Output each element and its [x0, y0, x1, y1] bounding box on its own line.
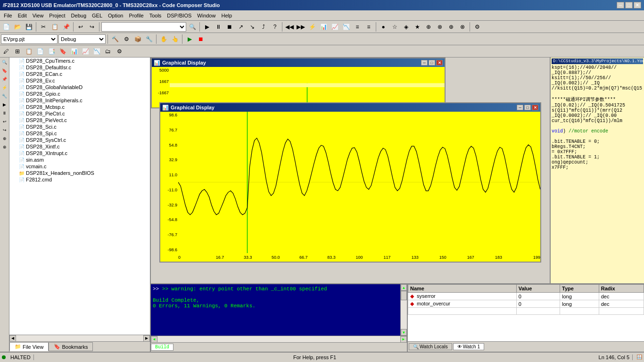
open-btn[interactable]: 📂 — [12, 22, 23, 32]
redo-btn[interactable]: ↪ — [87, 22, 97, 32]
graph2-max-btn[interactable]: □ — [524, 105, 531, 110]
t3-9[interactable]: 📉 — [91, 46, 102, 57]
config-dropdown[interactable]: Debug — [58, 34, 106, 44]
lt-6[interactable]: ▶ — [1, 101, 8, 108]
t3-1[interactable]: 🖊 — [1, 46, 11, 57]
t3-4[interactable]: 📄 — [35, 46, 45, 57]
file-tree[interactable]: 📄 DSP28_CpuTimers.c 📄 DSP28_DefaultIsr.c… — [9, 58, 150, 335]
scroll-right-btn[interactable]: ▶ — [143, 335, 150, 342]
question-btn[interactable]: ? — [270, 22, 280, 32]
tree-item-DSP28_Mcbsp[interactable]: 📄 DSP28_Mcbsp.c — [9, 104, 150, 110]
tree-item-vcmain[interactable]: 📄 vcmain.c — [9, 163, 150, 170]
copy-btn[interactable]: 📋 — [50, 22, 60, 32]
tb6-1[interactable]: ◀◀ — [284, 22, 295, 32]
tree-item-DSP28_Spi[interactable]: 📄 DSP28_Spi.c — [9, 130, 150, 137]
tb6-8[interactable]: ≡ — [363, 22, 374, 32]
tb7-7[interactable]: ⊕ — [446, 22, 456, 32]
lt-7[interactable]: ⏸ — [1, 109, 8, 117]
graph2-min-btn[interactable]: ─ — [517, 105, 523, 110]
tb5-3[interactable]: ⏹ — [224, 22, 235, 32]
tree-item-DSP28_CpuTimers[interactable]: 📄 DSP28_CpuTimers.c — [9, 58, 150, 64]
lt-5[interactable]: 🔧 — [1, 92, 8, 100]
tb7-3[interactable]: ◈ — [401, 22, 411, 32]
menu-edit[interactable]: Edit — [15, 12, 30, 19]
tb7-1[interactable]: ● — [378, 22, 388, 32]
tb6-6[interactable]: 📉 — [341, 22, 351, 32]
lt-8[interactable]: ↩ — [1, 118, 8, 125]
scroll-left-btn[interactable]: ◀ — [9, 335, 16, 342]
cut-btn[interactable]: ✂ — [38, 22, 49, 32]
tree-item-DSP28_XIntrupt[interactable]: 📄 DSP28_XIntrupt.c — [9, 150, 150, 156]
tree-item-DSP28_Gpio[interactable]: 📄 DSP28_Gpio.c — [9, 90, 150, 97]
save-btn[interactable]: 💾 — [24, 22, 34, 32]
menu-debug[interactable]: Debug — [68, 12, 89, 19]
tb7-6[interactable]: ⊗ — [435, 22, 445, 32]
tab-watch-1[interactable]: 👁 Watch 1 — [453, 343, 484, 350]
tree-item-DSP28_DefaultIsr[interactable]: 📄 DSP28_DefaultIsr.c — [9, 64, 150, 71]
tree-item-DSP28_PieCtrl[interactable]: 📄 DSP28_PieCtrl.c — [9, 110, 150, 117]
graph2-close-btn[interactable]: ✕ — [532, 105, 538, 110]
tb5-4[interactable]: ↗ — [236, 22, 246, 32]
new-btn[interactable]: 📄 — [1, 22, 11, 32]
hand-btn2[interactable]: 👆 — [170, 34, 180, 44]
hscroll-right-btn[interactable]: ▶ — [400, 336, 407, 343]
tree-item-DSP28_SysCtrl[interactable]: 📄 DSP28_SysCtrl.c — [9, 137, 150, 143]
scroll-down-btn[interactable]: ▼ — [401, 329, 407, 336]
tb6-4[interactable]: 📊 — [318, 22, 329, 32]
proj-btn3[interactable]: 📦 — [132, 34, 143, 44]
t3-2[interactable]: ⊞ — [12, 46, 23, 57]
lt-4[interactable]: ⚡ — [1, 84, 8, 91]
tree-item-sin-asm[interactable]: 📄 sin.asm — [9, 156, 150, 163]
scroll-up-btn[interactable]: ▲ — [401, 284, 407, 291]
tb6-3[interactable]: ⚡ — [307, 22, 317, 32]
lt-1[interactable]: 🔍 — [1, 58, 8, 66]
menu-help[interactable]: Help — [218, 12, 235, 19]
tb5-5[interactable]: ↘ — [247, 22, 257, 32]
tab-watch-locals[interactable]: 🔍 Watch Locals — [409, 343, 452, 350]
sidebar-hscroll[interactable]: ◀ ▶ — [9, 335, 150, 341]
gear-btn[interactable]: ⚙ — [472, 22, 482, 32]
tb7-8[interactable]: ⊗ — [457, 22, 468, 32]
menu-window[interactable]: Window — [194, 12, 218, 19]
tb5-1[interactable]: ▶ — [202, 22, 212, 32]
tree-item-DSP28_ECan[interactable]: 📄 DSP28_ECan.c — [9, 71, 150, 77]
graph1-min-btn[interactable]: ─ — [421, 60, 428, 66]
tree-item-DSP28_GlobalVariable[interactable]: 📄 DSP28_GlobalVariableD — [9, 84, 150, 90]
t3-5[interactable]: 📑 — [46, 46, 57, 57]
menu-tools[interactable]: Tools — [147, 12, 165, 19]
maximize-button[interactable]: □ — [625, 2, 633, 8]
paste-btn[interactable]: 📌 — [61, 22, 71, 32]
tree-item-DSP28_Sci[interactable]: 📄 DSP28_Sci.c — [9, 123, 150, 130]
tab-build[interactable]: Build — [151, 344, 173, 351]
proj-btn4[interactable]: 🔧 — [144, 34, 154, 44]
menu-file[interactable]: File — [1, 12, 15, 19]
t3-10[interactable]: 🗂 — [103, 46, 113, 57]
menu-gel[interactable]: GEL — [89, 12, 105, 19]
t3-7[interactable]: 📊 — [69, 46, 79, 57]
tb6-7[interactable]: ≡ — [352, 22, 363, 32]
minimize-button[interactable]: ─ — [617, 2, 624, 8]
lt-11[interactable]: ⊗ — [1, 143, 8, 151]
lt-9[interactable]: ↪ — [1, 126, 8, 134]
console-scroll[interactable]: ▲ ▼ — [400, 284, 407, 336]
search-dropdown[interactable] — [101, 22, 186, 32]
graph1-max-btn[interactable]: □ — [429, 60, 435, 66]
tb6-5[interactable]: 📈 — [330, 22, 340, 32]
run-btn[interactable]: ▶ — [184, 34, 195, 44]
tree-item-DSP281x_Headers[interactable]: 📁 DSP281x_Headers_nonBIOS — [9, 170, 150, 176]
hscroll-left-btn[interactable]: ◀ — [151, 336, 157, 343]
lt-10[interactable]: ⊕ — [1, 135, 8, 142]
tree-item-DSP28_Ev[interactable]: 📄 DSP28_Ev.c — [9, 77, 150, 84]
menu-view[interactable]: View — [30, 12, 47, 19]
tb5-6[interactable]: ⤴ — [258, 22, 269, 32]
console-hscroll[interactable]: ◀ ▶ — [151, 336, 407, 342]
tab-file-view[interactable]: 📁 File View — [9, 342, 49, 351]
stop-btn[interactable]: ⏹ — [196, 34, 206, 44]
tree-item-F2812-cmd[interactable]: 📄 F2812.cmd — [9, 176, 150, 183]
tree-item-DSP28_Xintf[interactable]: 📄 DSP28_Xintf.c — [9, 143, 150, 150]
tb5-2[interactable]: ⏸ — [213, 22, 223, 32]
proj-btn2[interactable]: ⚙ — [121, 34, 132, 44]
tb7-4[interactable]: ★ — [412, 22, 422, 32]
find-btn[interactable]: 🔍 — [187, 22, 198, 32]
tree-item-DSP28_PieVect[interactable]: 📄 DSP28_PieVect.c — [9, 117, 150, 123]
